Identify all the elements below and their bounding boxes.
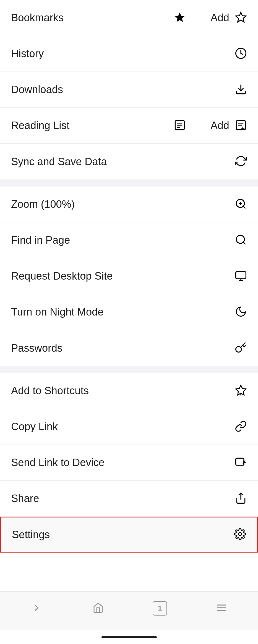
copy-link-item[interactable]: Copy Link (0, 409, 258, 445)
reading-list-add-label: Add (210, 120, 229, 132)
menu-section-2: Zoom (100%) Find in Page R (0, 186, 258, 366)
home-indicator (0, 630, 258, 644)
copy-link-label: Copy Link (11, 421, 58, 433)
svg-point-25 (239, 533, 242, 536)
find-in-page-item[interactable]: Find in Page (0, 222, 258, 258)
home-bar (101, 636, 157, 638)
section-gap-2 (0, 366, 258, 373)
nav-home-button[interactable] (84, 597, 112, 619)
menu-container: Bookmarks Add History (0, 0, 258, 592)
svg-point-20 (236, 346, 241, 352)
settings-item[interactable]: Settings (0, 517, 258, 553)
share-label: Share (11, 493, 39, 504)
reading-list-left[interactable]: Reading List (0, 108, 197, 143)
bookmarks-add-label: Add (210, 12, 229, 24)
bookmarks-add-icon (235, 11, 247, 25)
bookmarks-item[interactable]: Bookmarks Add (0, 0, 258, 36)
downloads-icon (235, 83, 247, 96)
downloads-item[interactable]: Downloads (0, 72, 258, 108)
sync-item[interactable]: Sync and Save Data (0, 144, 258, 180)
send-link-label: Send Link to Device (11, 457, 105, 469)
sync-icon (235, 155, 247, 168)
svg-line-16 (243, 242, 246, 244)
find-search-icon (235, 234, 247, 247)
reading-list-add-right[interactable]: Add (197, 108, 258, 143)
svg-point-15 (236, 235, 244, 243)
find-in-page-label: Find in Page (11, 234, 70, 246)
share-icon (235, 492, 247, 505)
forward-arrow-icon (31, 602, 42, 614)
reading-list-item[interactable]: Reading List Add (0, 108, 258, 144)
bookmarks-left[interactable]: Bookmarks (0, 0, 197, 36)
sync-label: Sync and Save Data (11, 156, 107, 168)
history-label: History (11, 48, 44, 60)
link-icon (235, 420, 247, 433)
section-gap-1 (0, 180, 258, 186)
passwords-item[interactable]: Passwords (0, 330, 258, 366)
shortcuts-label: Add to Shortcuts (11, 385, 89, 397)
reading-list-icon (174, 119, 186, 132)
bookmarks-label: Bookmarks (11, 12, 64, 24)
zoom-label: Zoom (100%) (11, 198, 75, 210)
pin-icon (235, 384, 247, 398)
share-item[interactable]: Share (0, 481, 258, 517)
downloads-label: Downloads (11, 84, 63, 96)
reading-list-label: Reading List (11, 120, 69, 132)
nav-tabs-button[interactable]: 1 (146, 597, 174, 619)
moon-icon (235, 306, 247, 319)
bookmarks-add-right[interactable]: Add (197, 0, 258, 36)
desktop-site-item[interactable]: Request Desktop Site (0, 258, 258, 294)
settings-label: Settings (12, 529, 50, 541)
nav-forward-button[interactable] (23, 597, 50, 619)
zoom-icon (235, 198, 247, 211)
shortcuts-item[interactable]: Add to Shortcuts (0, 373, 258, 409)
hamburger-menu-icon (216, 602, 227, 614)
desktop-site-label: Request Desktop Site (11, 270, 113, 282)
key-icon (235, 341, 247, 355)
send-link-item[interactable]: Send Link to Device (0, 445, 258, 481)
night-mode-label: Turn on Night Mode (11, 306, 103, 318)
passwords-label: Passwords (11, 342, 62, 354)
tab-count: 1 (158, 604, 162, 613)
svg-rect-17 (236, 272, 246, 279)
tabs-count-icon: 1 (153, 601, 167, 616)
menu-section-3: Add to Shortcuts Copy Link Send Link to … (0, 373, 258, 553)
gear-icon (234, 528, 246, 541)
history-clock-icon (235, 47, 247, 61)
svg-line-12 (243, 206, 246, 208)
night-mode-item[interactable]: Turn on Night Mode (0, 294, 258, 330)
home-icon (93, 602, 104, 614)
history-item[interactable]: History (0, 36, 258, 72)
send-device-icon (235, 456, 247, 469)
svg-rect-22 (236, 458, 244, 465)
desktop-icon (235, 270, 247, 283)
menu-section-1: Bookmarks Add History (0, 0, 258, 180)
zoom-item[interactable]: Zoom (100%) (0, 186, 258, 222)
nav-menu-button[interactable] (208, 597, 235, 619)
bookmarks-star-icon (174, 11, 186, 25)
reading-list-add-icon (235, 119, 247, 132)
bottom-nav: 1 (0, 592, 258, 630)
